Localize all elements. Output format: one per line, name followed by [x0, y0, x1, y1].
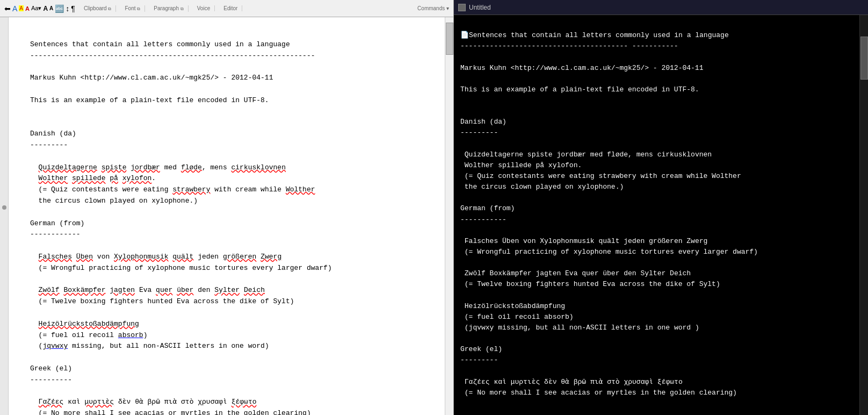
notepad-icon [458, 4, 466, 11]
left-scrollbar[interactable] [445, 17, 453, 415]
greek-text: Γαζέες καὶ μυρτιὲς δὲν θὰ βρῶ πιὰ στὸ χρ… [30, 398, 311, 415]
np-greek-div: --------- [460, 356, 498, 364]
np-greek-header: Greek (el) [460, 345, 502, 353]
notepad-scrollbar-thumb[interactable] [860, 37, 868, 80]
np-german-text-1: Falsches Üben von Xylophonmusik quält je… [460, 237, 758, 256]
left-document-panel: ⬅ A A A Aa▾ A A 🔤 ↕ ¶ Clipboard ⧉ Font ⧉… [0, 0, 454, 415]
np-danish-div: --------- [460, 128, 498, 137]
np-german-header: German (from) [460, 204, 515, 212]
title-line: Sentences that contain all letters commo… [30, 40, 290, 48]
german-divider: ------------ [30, 230, 81, 238]
notepad-titlebar: Untitled [454, 0, 868, 15]
np-german-div: ----------- [460, 216, 507, 224]
german-text-2: Zwölf Boxkämpfer jagten Eva quer über de… [30, 286, 294, 305]
np-german-text-3: Heizölrückstoßabdämpfung (= fuel oil rec… [460, 302, 699, 332]
np-author: Markus Kuhn <http://www.cl.cam.ac.uk/~mg… [460, 64, 703, 72]
intro-line: This is an example of a plain-text file … [30, 96, 269, 104]
document-area[interactable]: Sentences that contain all letters commo… [9, 17, 445, 415]
np-german-text-2: Zwölf Boxkämpfer jagten Eva quer über de… [460, 269, 720, 288]
notepad-title: Untitled [469, 4, 491, 11]
greek-header: Greek (el) [30, 364, 72, 373]
np-danish-text: Quizdeltagerne spiste jordbær med fløde,… [460, 151, 741, 191]
document-content: Sentences that contain all letters commo… [30, 28, 423, 415]
german-header: German (from) [30, 219, 84, 227]
notepad-content-wrapper: 📄Sentences that contain all letters comm… [454, 15, 868, 415]
right-notepad-panel: Untitled 📄Sentences that contain all let… [454, 0, 868, 415]
margin-markers [0, 17, 9, 415]
danish-text: Quizdeltagerne spiste jordbær med fløde,… [30, 163, 315, 205]
np-intro: This is an example of a plain-text file … [460, 85, 699, 94]
danish-header: Danish (da) [30, 130, 76, 138]
voice-label: Voice [197, 5, 210, 11]
german-text-1: Falsches Üben von Xylophonmusik quält je… [30, 253, 332, 272]
clipboard-label: Clipboard [84, 5, 107, 11]
np-title: 📄Sentences that contain all letters comm… [460, 31, 729, 39]
paragraph-label: Paragraph [154, 5, 179, 11]
danish-divider: --------- [30, 141, 68, 149]
marker-dot [2, 205, 6, 210]
author-line: Markus Kuhn <http://www.cl.cam.ac.uk/~mg… [30, 74, 273, 82]
notepad-scrollbar[interactable] [859, 15, 868, 415]
commands-dropdown[interactable]: Commands ▾ [417, 5, 449, 11]
font-label: Font [125, 5, 135, 11]
scrollbar-thumb[interactable] [446, 23, 453, 55]
toolbar: ⬅ A A A Aa▾ A A 🔤 ↕ ¶ Clipboard ⧉ Font ⧉… [0, 0, 453, 17]
doc-wrapper: Sentences that contain all letters commo… [0, 17, 453, 415]
divider-line: ----------------------------------------… [30, 52, 315, 60]
np-divider: ----------------------------------------… [460, 42, 678, 50]
notepad-text-area[interactable]: 📄Sentences that contain all letters comm… [454, 15, 859, 415]
greek-divider: ---------- [30, 376, 72, 384]
german-text-3: Heizölrückstoßabdämpfung (= fuel oil rec… [30, 320, 269, 350]
np-danish-header: Danish (da) [460, 118, 507, 126]
np-greek-text: Γαζέες καὶ μυρτιὲς δὲν θὰ βρῶ πιὰ στὸ χρ… [460, 378, 737, 397]
editor-label: Editor [223, 5, 237, 11]
